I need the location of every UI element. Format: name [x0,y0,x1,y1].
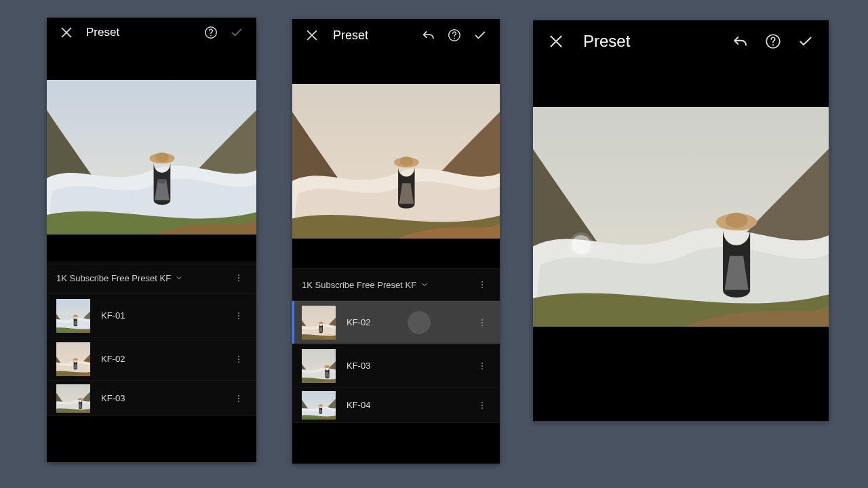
help-icon[interactable] [443,24,466,47]
preset-thumbnail [56,342,90,376]
preset-label: KF-01 [101,310,220,321]
preset-group-dropdown[interactable]: 1K Subscribe Free Preset KF [292,268,500,301]
undo-icon[interactable] [726,26,755,56]
preset-item[interactable]: KF-02 [47,338,256,381]
preset-label: KF-02 [347,317,463,327]
preset-list: KF-02 KF-03 KF-04 [292,301,500,423]
preset-thumbnail [302,349,336,383]
preset-item[interactable]: KF-04 [292,388,500,423]
preset-thumbnail [302,306,336,340]
preset-panel-2: Preset 1K Subscribe Free Preset KF KF-02… [292,19,500,464]
preset-item[interactable]: KF-01 [47,294,256,338]
preset-panel-3: Preset [533,20,829,421]
preset-more-icon[interactable] [231,311,247,321]
preset-panel-1: Preset 1K Subscribe Free Preset KF KF-01… [47,18,256,462]
close-icon[interactable] [541,26,571,56]
preset-thumbnail [302,391,336,420]
help-icon[interactable] [199,21,222,44]
close-icon[interactable] [55,21,78,44]
preset-item[interactable]: KF-03 [292,344,500,388]
panel-header: Preset [292,19,500,52]
preset-group-label: 1K Subscribe Free Preset KF [56,273,171,283]
preset-label: KF-04 [347,400,463,410]
panel-title: Preset [583,32,630,51]
preset-thumbnail [56,299,90,333]
preset-group-label: 1K Subscribe Free Preset KF [302,280,416,290]
panel-header: Preset [47,18,256,47]
preset-label: KF-02 [101,354,220,364]
preset-more-icon[interactable] [474,361,490,371]
undo-icon[interactable] [417,24,440,47]
preset-label: KF-03 [347,361,463,371]
close-icon[interactable] [300,24,323,47]
check-icon[interactable] [225,21,248,44]
check-icon[interactable] [791,26,821,56]
panel-title: Preset [333,28,368,43]
preview-image[interactable] [292,52,500,268]
touch-ripple [408,311,431,334]
preset-item[interactable]: KF-02 [292,301,500,344]
preset-item[interactable]: KF-03 [47,381,256,416]
preset-list: KF-01 KF-02 KF-03 [47,294,256,416]
preset-more-icon[interactable] [474,401,490,410]
preset-label: KF-03 [101,393,220,403]
preview-image[interactable] [533,62,829,420]
preset-thumbnail [56,384,90,413]
preset-more-icon[interactable] [231,354,247,364]
help-icon[interactable] [758,26,788,56]
chevron-down-icon [420,281,429,289]
panel-header: Preset [533,20,829,62]
preset-more-icon[interactable] [474,318,490,327]
preset-more-icon[interactable] [231,394,247,403]
panel-title: Preset [86,26,119,39]
check-icon[interactable] [469,24,492,47]
touch-indicator [572,235,591,254]
group-more-icon[interactable] [474,280,490,289]
preview-image[interactable] [47,47,256,262]
group-more-icon[interactable] [231,273,247,283]
chevron-down-icon [175,274,183,282]
preset-group-dropdown[interactable]: 1K Subscribe Free Preset KF [47,262,256,294]
